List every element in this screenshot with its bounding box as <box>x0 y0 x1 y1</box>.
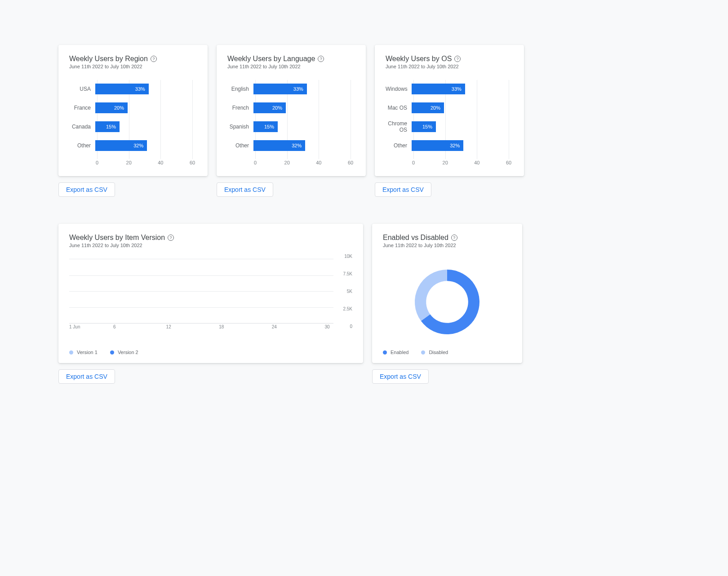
hbar-label: Windows <box>386 86 412 92</box>
hbar-bar: 15% <box>253 121 278 132</box>
version-date: June 11th 2022 to July 10th 2022 <box>69 243 352 248</box>
export-version-button[interactable]: Export as CSV <box>58 369 115 384</box>
os-title: Weekly Users by OS <box>386 55 452 63</box>
region-card: Weekly Users by Region ? June 11th 2022 … <box>58 45 208 176</box>
help-icon[interactable]: ? <box>168 235 174 241</box>
version-col: Weekly Users by Item Version ? June 11th… <box>58 224 363 384</box>
region-title-row: Weekly Users by Region ? <box>69 55 197 63</box>
hbar-bar: 33% <box>253 84 307 94</box>
os-date: June 11th 2022 to July 10th 2022 <box>386 64 513 69</box>
region-col: Weekly Users by Region ? June 11th 2022 … <box>58 45 208 197</box>
help-icon[interactable]: ? <box>151 56 157 62</box>
hbar-label: Other <box>69 142 95 149</box>
export-region-button[interactable]: Export as CSV <box>58 182 115 197</box>
export-language-button[interactable]: Export as CSV <box>217 182 273 197</box>
enabled-legend: Enabled Disabled <box>383 350 511 355</box>
os-title-row: Weekly Users by OS ? <box>386 55 513 63</box>
os-card: Weekly Users by OS ? June 11th 2022 to J… <box>375 45 524 176</box>
hbar-label: Mac OS <box>386 105 412 111</box>
version-legend: Version 1 Version 2 <box>69 350 352 355</box>
hbar-label: Canada <box>69 124 95 130</box>
enabled-title-row: Enabled vs Disabled ? <box>383 234 511 242</box>
hbar-bar: 20% <box>253 102 286 113</box>
legend-disabled-label: Disabled <box>429 350 448 355</box>
stacked-xaxis: 1 Jun612182430 <box>69 324 333 331</box>
stacked-bars <box>69 259 333 323</box>
version-title-row: Weekly Users by Item Version ? <box>69 234 352 242</box>
hbar-bar: 15% <box>412 121 436 132</box>
help-icon[interactable]: ? <box>454 56 461 62</box>
top-row: Weekly Users by Region ? June 11th 2022 … <box>58 45 670 197</box>
hbar-bar: 15% <box>95 121 120 132</box>
legend-dot-v1 <box>69 350 73 354</box>
hbar-label: English <box>227 86 253 92</box>
hbar-label: French <box>227 105 253 111</box>
region-date: June 11th 2022 to July 10th 2022 <box>69 64 197 69</box>
enabled-title: Enabled vs Disabled <box>383 234 448 242</box>
legend-dot-enabled <box>383 350 387 354</box>
hbar-bar: 32% <box>412 140 463 151</box>
legend-enabled-label: Enabled <box>391 350 408 355</box>
hbar-bar: 33% <box>95 84 149 94</box>
language-date: June 11th 2022 to July 10th 2022 <box>227 64 355 69</box>
export-enabled-button[interactable]: Export as CSV <box>372 369 429 384</box>
hbar-bar: 32% <box>253 140 305 151</box>
region-chart: 0204060USA33%France20%Canada15%Other32% <box>69 80 197 168</box>
legend-v1-label: Version 1 <box>77 350 98 355</box>
hbar-label: Other <box>386 142 412 149</box>
legend-v2: Version 2 <box>110 350 138 355</box>
os-chart: 0204060Windows33%Mac OS20%Chrome OS15%Ot… <box>386 80 513 168</box>
legend-dot-disabled <box>421 350 425 354</box>
hbar-label: Chrome OS <box>386 120 412 133</box>
export-os-button[interactable]: Export as CSV <box>375 182 431 197</box>
hbar-bar: 20% <box>95 102 128 113</box>
stacked-yaxis: 02.5K5K7.5K10K <box>335 256 352 326</box>
version-chart: 02.5K5K7.5K10K 1 Jun612182430 <box>69 259 352 331</box>
legend-dot-v2 <box>110 350 114 354</box>
language-col: Weekly Users by Language ? June 11th 202… <box>217 45 366 197</box>
hbar-label: Spanish <box>227 124 253 130</box>
legend-v1: Version 1 <box>69 350 98 355</box>
language-chart: 0204060English33%French20%Spanish15%Othe… <box>227 80 355 168</box>
help-icon[interactable]: ? <box>318 56 324 62</box>
region-title: Weekly Users by Region <box>69 55 148 63</box>
hbar-bar: 33% <box>412 84 465 94</box>
version-title: Weekly Users by Item Version <box>69 234 165 242</box>
hbar-label: Other <box>227 142 253 149</box>
legend-v2-label: Version 2 <box>118 350 138 355</box>
hbar-label: France <box>69 105 95 111</box>
legend-disabled: Disabled <box>421 350 448 355</box>
version-card: Weekly Users by Item Version ? June 11th… <box>58 224 363 363</box>
hbar-bar: 20% <box>412 102 444 113</box>
enabled-col: Enabled vs Disabled ? June 11th 2022 to … <box>372 224 522 384</box>
legend-enabled: Enabled <box>383 350 408 355</box>
donut-chart <box>407 261 488 342</box>
help-icon[interactable]: ? <box>451 235 457 241</box>
enabled-date: June 11th 2022 to July 10th 2022 <box>383 243 511 248</box>
language-title-row: Weekly Users by Language ? <box>227 55 355 63</box>
enabled-card: Enabled vs Disabled ? June 11th 2022 to … <box>372 224 522 363</box>
hbar-bar: 32% <box>95 140 147 151</box>
os-col: Weekly Users by OS ? June 11th 2022 to J… <box>375 45 524 197</box>
language-card: Weekly Users by Language ? June 11th 202… <box>217 45 366 176</box>
bottom-row: Weekly Users by Item Version ? June 11th… <box>58 224 670 384</box>
language-title: Weekly Users by Language <box>227 55 315 63</box>
hbar-label: USA <box>69 86 95 92</box>
donut-wrap <box>383 259 511 343</box>
